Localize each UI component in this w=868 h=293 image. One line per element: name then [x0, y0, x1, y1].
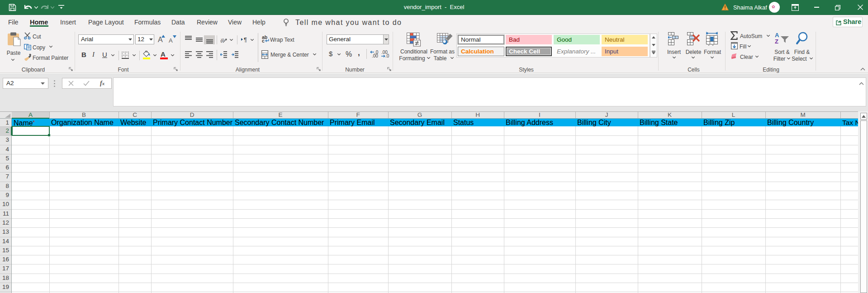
svg-text:ab: ab: [220, 37, 225, 43]
